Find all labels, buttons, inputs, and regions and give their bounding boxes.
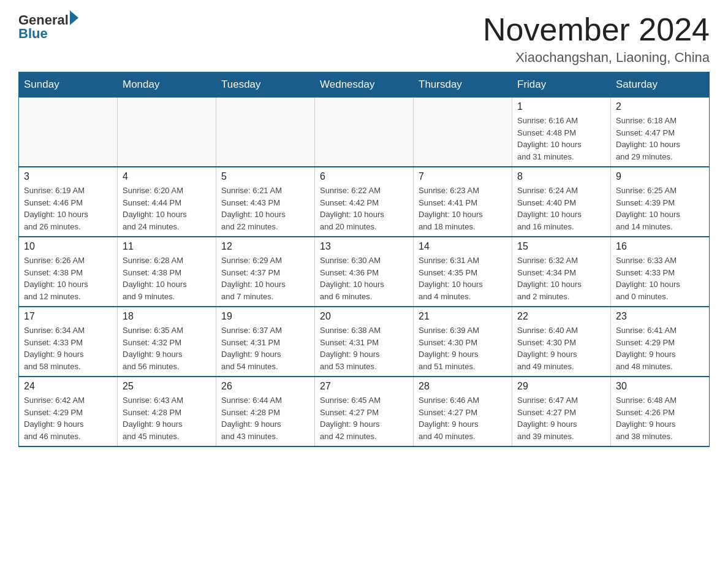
day-info: Sunrise: 6:26 AM Sunset: 4:38 PM Dayligh… — [24, 255, 112, 302]
day-number: 7 — [419, 171, 507, 182]
calendar-day-cell: 24Sunrise: 6:42 AM Sunset: 4:29 PM Dayli… — [19, 377, 118, 446]
day-info: Sunrise: 6:32 AM Sunset: 4:34 PM Dayligh… — [517, 255, 605, 302]
calendar-day-cell: 18Sunrise: 6:35 AM Sunset: 4:32 PM Dayli… — [118, 307, 216, 377]
weekday-header: Sunday — [19, 72, 118, 98]
calendar-day-cell: 26Sunrise: 6:44 AM Sunset: 4:28 PM Dayli… — [216, 377, 315, 446]
day-info: Sunrise: 6:44 AM Sunset: 4:28 PM Dayligh… — [221, 394, 309, 442]
day-number: 2 — [616, 101, 704, 112]
day-info: Sunrise: 6:28 AM Sunset: 4:38 PM Dayligh… — [123, 255, 211, 302]
location-subtitle: Xiaochangshan, Liaoning, China — [483, 50, 710, 66]
day-number: 13 — [320, 241, 408, 252]
calendar-day-cell — [414, 98, 512, 167]
month-title: November 2024 — [483, 12, 710, 47]
day-info: Sunrise: 6:30 AM Sunset: 4:36 PM Dayligh… — [320, 255, 408, 302]
calendar-day-cell: 29Sunrise: 6:47 AM Sunset: 4:27 PM Dayli… — [512, 377, 611, 446]
weekday-header-row: SundayMondayTuesdayWednesdayThursdayFrid… — [19, 72, 710, 98]
day-number: 15 — [517, 241, 605, 252]
weekday-header: Friday — [512, 72, 611, 98]
day-info: Sunrise: 6:21 AM Sunset: 4:43 PM Dayligh… — [221, 185, 309, 232]
day-info: Sunrise: 6:45 AM Sunset: 4:27 PM Dayligh… — [320, 394, 408, 442]
day-info: Sunrise: 6:35 AM Sunset: 4:32 PM Dayligh… — [123, 324, 211, 372]
day-info: Sunrise: 6:39 AM Sunset: 4:30 PM Dayligh… — [419, 324, 507, 372]
day-info: Sunrise: 6:31 AM Sunset: 4:35 PM Dayligh… — [419, 255, 507, 302]
calendar-day-cell: 20Sunrise: 6:38 AM Sunset: 4:31 PM Dayli… — [315, 307, 414, 377]
calendar-day-cell: 12Sunrise: 6:29 AM Sunset: 4:37 PM Dayli… — [216, 237, 315, 307]
day-number: 9 — [616, 171, 704, 182]
day-info: Sunrise: 6:47 AM Sunset: 4:27 PM Dayligh… — [517, 394, 605, 442]
day-number: 26 — [221, 381, 309, 392]
day-number: 17 — [24, 311, 112, 322]
day-info: Sunrise: 6:42 AM Sunset: 4:29 PM Dayligh… — [24, 394, 112, 442]
calendar-day-cell: 6Sunrise: 6:22 AM Sunset: 4:42 PM Daylig… — [315, 167, 414, 237]
calendar-day-cell: 1Sunrise: 6:16 AM Sunset: 4:48 PM Daylig… — [512, 98, 611, 167]
day-info: Sunrise: 6:23 AM Sunset: 4:41 PM Dayligh… — [419, 185, 507, 232]
calendar-day-cell: 19Sunrise: 6:37 AM Sunset: 4:31 PM Dayli… — [216, 307, 315, 377]
logo: General Blue — [18, 12, 78, 42]
day-number: 22 — [517, 311, 605, 322]
calendar-week-row: 17Sunrise: 6:34 AM Sunset: 4:33 PM Dayli… — [19, 307, 710, 377]
calendar-day-cell: 9Sunrise: 6:25 AM Sunset: 4:39 PM Daylig… — [611, 167, 710, 237]
day-number: 30 — [616, 381, 704, 392]
calendar-day-cell — [315, 98, 414, 167]
day-info: Sunrise: 6:40 AM Sunset: 4:30 PM Dayligh… — [517, 324, 605, 372]
weekday-header: Thursday — [414, 72, 512, 98]
day-info: Sunrise: 6:46 AM Sunset: 4:27 PM Dayligh… — [419, 394, 507, 442]
day-info: Sunrise: 6:33 AM Sunset: 4:33 PM Dayligh… — [616, 255, 704, 302]
day-number: 6 — [320, 171, 408, 182]
day-number: 12 — [221, 241, 309, 252]
calendar-day-cell: 8Sunrise: 6:24 AM Sunset: 4:40 PM Daylig… — [512, 167, 611, 237]
day-number: 28 — [419, 381, 507, 392]
calendar-day-cell: 25Sunrise: 6:43 AM Sunset: 4:28 PM Dayli… — [118, 377, 216, 446]
calendar-day-cell: 15Sunrise: 6:32 AM Sunset: 4:34 PM Dayli… — [512, 237, 611, 307]
day-info: Sunrise: 6:20 AM Sunset: 4:44 PM Dayligh… — [123, 185, 211, 232]
logo-arrow-icon — [70, 10, 78, 25]
day-number: 29 — [517, 381, 605, 392]
calendar-day-cell — [19, 98, 118, 167]
day-info: Sunrise: 6:38 AM Sunset: 4:31 PM Dayligh… — [320, 324, 408, 372]
day-info: Sunrise: 6:24 AM Sunset: 4:40 PM Dayligh… — [517, 185, 605, 232]
weekday-header: Tuesday — [216, 72, 315, 98]
calendar-day-cell: 22Sunrise: 6:40 AM Sunset: 4:30 PM Dayli… — [512, 307, 611, 377]
day-number: 19 — [221, 311, 309, 322]
calendar-week-row: 1Sunrise: 6:16 AM Sunset: 4:48 PM Daylig… — [19, 98, 710, 167]
day-number: 20 — [320, 311, 408, 322]
day-info: Sunrise: 6:29 AM Sunset: 4:37 PM Dayligh… — [221, 255, 309, 302]
day-number: 5 — [221, 171, 309, 182]
weekday-header: Saturday — [611, 72, 710, 98]
logo-blue-text: Blue — [18, 26, 78, 42]
day-number: 16 — [616, 241, 704, 252]
weekday-header: Wednesday — [315, 72, 414, 98]
day-info: Sunrise: 6:41 AM Sunset: 4:29 PM Dayligh… — [616, 324, 704, 372]
calendar-day-cell: 14Sunrise: 6:31 AM Sunset: 4:35 PM Dayli… — [414, 237, 512, 307]
calendar-day-cell — [216, 98, 315, 167]
calendar-day-cell: 30Sunrise: 6:48 AM Sunset: 4:26 PM Dayli… — [611, 377, 710, 446]
calendar-day-cell: 23Sunrise: 6:41 AM Sunset: 4:29 PM Dayli… — [611, 307, 710, 377]
calendar-day-cell: 27Sunrise: 6:45 AM Sunset: 4:27 PM Dayli… — [315, 377, 414, 446]
calendar-table: SundayMondayTuesdayWednesdayThursdayFrid… — [18, 72, 710, 447]
day-info: Sunrise: 6:34 AM Sunset: 4:33 PM Dayligh… — [24, 324, 112, 372]
calendar-day-cell: 7Sunrise: 6:23 AM Sunset: 4:41 PM Daylig… — [414, 167, 512, 237]
day-number: 24 — [24, 381, 112, 392]
page-header: General Blue November 2024 Xiaochangshan… — [18, 12, 710, 66]
weekday-header: Monday — [118, 72, 216, 98]
calendar-week-row: 3Sunrise: 6:19 AM Sunset: 4:46 PM Daylig… — [19, 167, 710, 237]
calendar-day-cell: 2Sunrise: 6:18 AM Sunset: 4:47 PM Daylig… — [611, 98, 710, 167]
day-number: 3 — [24, 171, 112, 182]
day-number: 14 — [419, 241, 507, 252]
day-number: 8 — [517, 171, 605, 182]
day-number: 4 — [123, 171, 211, 182]
day-number: 25 — [123, 381, 211, 392]
title-area: November 2024 Xiaochangshan, Liaoning, C… — [483, 12, 710, 66]
day-number: 23 — [616, 311, 704, 322]
calendar-day-cell — [118, 98, 216, 167]
calendar-week-row: 24Sunrise: 6:42 AM Sunset: 4:29 PM Dayli… — [19, 377, 710, 446]
day-number: 18 — [123, 311, 211, 322]
calendar-day-cell: 10Sunrise: 6:26 AM Sunset: 4:38 PM Dayli… — [19, 237, 118, 307]
calendar-day-cell: 13Sunrise: 6:30 AM Sunset: 4:36 PM Dayli… — [315, 237, 414, 307]
day-info: Sunrise: 6:19 AM Sunset: 4:46 PM Dayligh… — [24, 185, 112, 232]
day-info: Sunrise: 6:43 AM Sunset: 4:28 PM Dayligh… — [123, 394, 211, 442]
day-info: Sunrise: 6:18 AM Sunset: 4:47 PM Dayligh… — [616, 115, 704, 163]
day-number: 11 — [123, 241, 211, 252]
day-info: Sunrise: 6:16 AM Sunset: 4:48 PM Dayligh… — [517, 115, 605, 163]
calendar-day-cell: 3Sunrise: 6:19 AM Sunset: 4:46 PM Daylig… — [19, 167, 118, 237]
